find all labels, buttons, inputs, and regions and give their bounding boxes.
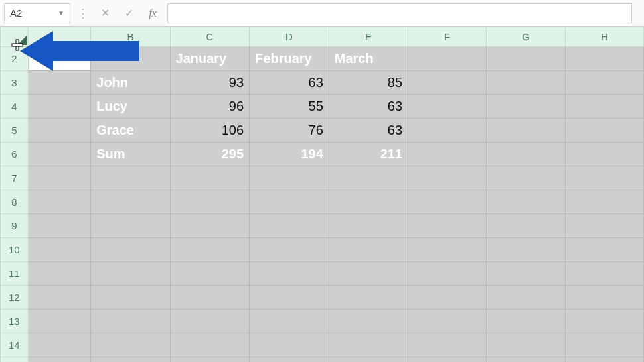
cell[interactable] <box>565 190 643 214</box>
cell[interactable] <box>170 238 250 262</box>
table-sum-cell[interactable]: 211 <box>329 143 408 166</box>
cell[interactable] <box>170 214 250 238</box>
column-header[interactable]: H <box>565 27 643 47</box>
cell[interactable] <box>565 47 643 71</box>
cell[interactable] <box>170 262 250 286</box>
row-header[interactable]: 12 <box>1 286 29 310</box>
cell[interactable] <box>170 310 250 333</box>
chevron-down-icon[interactable]: ▼ <box>58 9 64 17</box>
cell[interactable] <box>329 310 408 333</box>
cell[interactable] <box>28 47 91 71</box>
cell[interactable] <box>408 286 487 310</box>
cell[interactable] <box>408 310 487 333</box>
row-header[interactable]: 13 <box>1 310 29 333</box>
formula-input[interactable] <box>167 3 632 23</box>
cell[interactable] <box>28 286 91 310</box>
table-cell[interactable]: 85 <box>329 71 408 95</box>
table-sum-label[interactable]: Sum <box>91 143 170 166</box>
cell[interactable] <box>91 190 170 214</box>
table-cell[interactable]: 106 <box>170 119 250 143</box>
name-box[interactable]: A2 ▼ <box>4 3 70 23</box>
table-row-label[interactable]: Lucy <box>91 95 170 119</box>
cell[interactable] <box>565 262 643 286</box>
cell[interactable] <box>28 95 91 119</box>
cell[interactable] <box>487 214 565 238</box>
cell[interactable] <box>250 357 329 363</box>
table-row-label[interactable]: John <box>91 71 170 95</box>
column-header[interactable] <box>28 27 91 47</box>
table-header-month[interactable]: February <box>250 47 329 71</box>
cell[interactable] <box>565 143 643 166</box>
cell[interactable] <box>565 286 643 310</box>
table-cell[interactable]: 63 <box>329 95 408 119</box>
cell[interactable] <box>329 214 408 238</box>
cell[interactable] <box>408 262 487 286</box>
cell[interactable] <box>329 357 408 363</box>
table-header-month[interactable]: March <box>329 47 408 71</box>
cell[interactable] <box>487 166 565 190</box>
cell[interactable] <box>28 310 91 333</box>
cell[interactable] <box>408 119 487 143</box>
enter-icon[interactable]: ✓ <box>120 4 138 23</box>
cell[interactable] <box>487 310 565 333</box>
row-header[interactable]: 10 <box>1 238 29 262</box>
cell[interactable] <box>487 286 565 310</box>
cell[interactable] <box>487 238 565 262</box>
cell[interactable] <box>28 262 91 286</box>
cell[interactable] <box>408 47 487 71</box>
column-header[interactable]: E <box>329 27 408 47</box>
cell[interactable] <box>408 214 487 238</box>
table-sum-cell[interactable]: 295 <box>170 143 250 166</box>
cell[interactable] <box>487 95 565 119</box>
cell[interactable] <box>28 238 91 262</box>
cell[interactable] <box>565 357 643 363</box>
cell[interactable] <box>487 47 565 71</box>
cell[interactable] <box>329 262 408 286</box>
cell[interactable] <box>329 166 408 190</box>
table-sum-cell[interactable]: 194 <box>250 143 329 166</box>
table-header-blank[interactable] <box>91 47 170 71</box>
cell[interactable] <box>329 333 408 357</box>
cell[interactable] <box>408 143 487 166</box>
cell[interactable] <box>250 333 329 357</box>
cell[interactable] <box>487 262 565 286</box>
row-header[interactable]: 8 <box>1 190 29 214</box>
cell[interactable] <box>170 286 250 310</box>
cell[interactable] <box>91 333 170 357</box>
cell[interactable] <box>91 166 170 190</box>
spreadsheet-grid[interactable]: B C D E F G H 2 January February March 3… <box>0 27 644 362</box>
cell[interactable] <box>91 357 170 363</box>
cell[interactable] <box>408 190 487 214</box>
cell[interactable] <box>565 333 643 357</box>
cell[interactable] <box>250 190 329 214</box>
cell[interactable] <box>250 286 329 310</box>
cell[interactable] <box>487 190 565 214</box>
cell[interactable] <box>565 238 643 262</box>
cell[interactable] <box>487 357 565 363</box>
cell[interactable] <box>250 214 329 238</box>
table-cell[interactable]: 63 <box>250 71 329 95</box>
table-cell[interactable]: 55 <box>250 95 329 119</box>
cell[interactable] <box>250 166 329 190</box>
cell[interactable] <box>250 238 329 262</box>
column-header[interactable]: C <box>170 27 250 47</box>
cell[interactable] <box>329 190 408 214</box>
table-row-label[interactable]: Grace <box>91 119 170 143</box>
cell[interactable] <box>565 71 643 95</box>
cell[interactable] <box>487 71 565 95</box>
cell[interactable] <box>250 262 329 286</box>
row-header[interactable]: 11 <box>1 262 29 286</box>
row-header[interactable]: 7 <box>1 166 29 190</box>
cell[interactable] <box>91 262 170 286</box>
table-cell[interactable]: 96 <box>170 95 250 119</box>
row-header[interactable]: 4 <box>1 95 29 119</box>
cell[interactable] <box>487 119 565 143</box>
column-header[interactable]: D <box>250 27 329 47</box>
cell[interactable] <box>28 333 91 357</box>
cell[interactable] <box>28 357 91 363</box>
cell[interactable] <box>91 238 170 262</box>
cell[interactable] <box>565 310 643 333</box>
fx-icon[interactable]: fx <box>143 4 162 23</box>
cell[interactable] <box>28 190 91 214</box>
table-cell[interactable]: 93 <box>170 71 250 95</box>
